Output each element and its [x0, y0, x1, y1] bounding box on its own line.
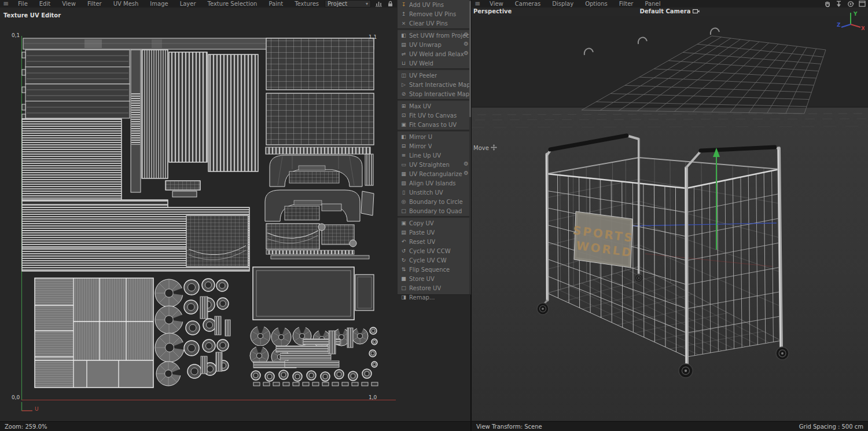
- cmd-mirror-v[interactable]: ⊟Mirror V: [398, 141, 471, 151]
- cmd-start-interactive-mapping[interactable]: ▷Start Interactive Mapping: [398, 80, 471, 89]
- pin-add-icon: ↧: [400, 2, 407, 8]
- maximize-icon[interactable]: [858, 0, 866, 8]
- clear-pins-icon: ×: [400, 20, 407, 26]
- boundary-quad-icon: □: [400, 208, 407, 214]
- menu-vp-filter[interactable]: Filter: [613, 1, 639, 8]
- axis-y-label: Y: [853, 11, 858, 17]
- cmd-flip-sequence[interactable]: ⇅Flip Sequence: [398, 265, 471, 274]
- cmd-label: Flip Sequence: [409, 266, 450, 273]
- store-icon: ■: [400, 276, 407, 282]
- cmd-label: Clear UV Pins: [409, 20, 448, 27]
- cmd-uv-straighten[interactable]: ▭UV Straighten⚙: [398, 160, 471, 169]
- cmd-boundary-to-circle[interactable]: ◎Boundary to Circle: [398, 197, 471, 206]
- menu-vp-panel[interactable]: Panel: [639, 1, 666, 8]
- viewport-statusbar: View Transform: Scene Grid Spacing : 500…: [472, 421, 868, 431]
- move-icon: [491, 144, 497, 152]
- scrollbar-thumb[interactable]: [469, 1, 471, 117]
- grid-spacing-status: Grid Spacing : 500 cm: [799, 422, 863, 431]
- gear-icon[interactable]: ⚙: [464, 170, 469, 176]
- cmd-max-uv[interactable]: ⊞Max UV: [398, 101, 471, 111]
- cmd-label: UV Unwrap: [409, 42, 442, 48]
- menu-vp-display[interactable]: Display: [546, 1, 579, 8]
- cmd-fit-uv-to-canvas[interactable]: ⊡Fit UV to Canvas: [398, 111, 471, 120]
- gear-icon[interactable]: ⚙: [464, 41, 469, 47]
- cmd-label: UV Straighten: [409, 162, 450, 168]
- max-uv-icon: ⊞: [400, 103, 407, 109]
- cmd-boundary-to-quad[interactable]: □Boundary to Quad: [398, 206, 471, 216]
- gear-icon[interactable]: ⚙: [464, 50, 469, 56]
- cmd-add-uv-pins[interactable]: ↧Add UV Pins: [398, 0, 471, 9]
- cmd-uv-peeler[interactable]: ◫UV Peeler: [398, 71, 471, 80]
- axis-gizmo: Y Z X: [837, 9, 865, 35]
- viewport-header: Perspective Default Camera: [472, 8, 868, 16]
- cmd-label: Max UV: [409, 103, 431, 109]
- menu-vp-view[interactable]: View: [484, 1, 509, 8]
- menu-vp-cameras[interactable]: Cameras: [509, 1, 546, 8]
- cmd-label: Unstitch UV: [409, 189, 443, 196]
- cmd-mirror-u[interactable]: ◧Mirror U: [398, 132, 471, 141]
- cmd-label: Store UV: [409, 276, 435, 282]
- restore-icon: □: [400, 285, 407, 291]
- orbit-icon[interactable]: [847, 0, 854, 8]
- cmd-copy-uv[interactable]: ▣Copy UV: [398, 218, 471, 228]
- uv-corner-00: 0,0: [12, 395, 20, 400]
- dolly-icon[interactable]: [835, 0, 843, 8]
- active-tool-label: Move: [473, 144, 497, 152]
- mirror-v-icon: ⊟: [400, 143, 407, 149]
- hand-icon[interactable]: [823, 0, 831, 8]
- reset-icon: ↶: [400, 239, 407, 244]
- cmd-stop-interactive-mapping[interactable]: ⊘Stop Interactive Mapping: [398, 89, 471, 98]
- menu-vp-options[interactable]: Options: [579, 1, 613, 8]
- cmd-label: Set UVW from Projection: [409, 32, 471, 39]
- cycle-ccw-icon: ↺: [400, 248, 407, 254]
- scrollbar[interactable]: [469, 0, 471, 294]
- hamburger-icon[interactable]: ≡: [472, 0, 484, 8]
- cmd-label: Remap...: [409, 294, 435, 301]
- uv-u-axis-label: U: [35, 406, 39, 412]
- camera-icon: [693, 8, 700, 15]
- remap-icon: ◨: [400, 294, 407, 300]
- mirror-u-icon: ◧: [400, 134, 407, 140]
- viewport-camera[interactable]: Default Camera: [472, 8, 868, 15]
- uv-corner-01: 0,1: [12, 32, 20, 38]
- cmd-line-up-uv[interactable]: ≡Line Up UV: [398, 151, 471, 160]
- axis-z-label: Z: [837, 22, 841, 28]
- cmd-label: UV Rectangularize: [409, 171, 462, 177]
- cmd-label: Cycle UV CW: [409, 257, 447, 264]
- cmd-align-uv-islands[interactable]: ▧Align UV Islands: [398, 178, 471, 188]
- separator: [398, 68, 471, 70]
- cmd-label: UV Weld: [409, 60, 433, 67]
- cmd-label: Restore UV: [409, 285, 441, 291]
- cmd-uv-unwrap[interactable]: ▤UV Unwrap⚙: [398, 40, 471, 49]
- weld-icon: ⊔: [400, 60, 407, 66]
- cmd-clear-uv-pins[interactable]: ×Clear UV Pins: [398, 19, 471, 28]
- cmd-uv-weld[interactable]: ⊔UV Weld: [398, 59, 471, 68]
- cmd-unstitch-uv[interactable]: ▯Unstitch UV: [398, 188, 471, 197]
- cmd-set-uvw-from-projection[interactable]: ◧Set UVW from Projection⚙: [398, 31, 471, 40]
- cmd-fit-canvas-to-uv[interactable]: ▣Fit Canvas to UV: [398, 120, 471, 129]
- gear-icon[interactable]: ⚙: [464, 31, 469, 38]
- cmd-remap[interactable]: ◨Remap...: [398, 293, 471, 302]
- cmd-paste-uv[interactable]: ▤Paste UV: [398, 228, 471, 237]
- copy-icon: ▣: [400, 220, 407, 226]
- cmd-uv-weld-and-relax[interactable]: ⇌UV Weld and Relax⚙: [398, 49, 471, 59]
- viewport-3d[interactable]: SPORTSWORLD: [472, 16, 868, 421]
- fit-uv-canvas-icon: ⊡: [400, 112, 407, 118]
- cmd-label: Remove UV Pins: [409, 11, 456, 17]
- gear-icon[interactable]: ⚙: [464, 160, 469, 167]
- cmd-cycle-uv-ccw[interactable]: ↺Cycle UV CCW: [398, 246, 471, 255]
- unwrap-icon: ▤: [400, 42, 407, 48]
- boundary-circle-icon: ◎: [400, 199, 407, 204]
- cmd-remove-uv-pins[interactable]: ↥Remove UV Pins: [398, 9, 471, 19]
- cmd-restore-uv[interactable]: □Restore UV: [398, 283, 471, 293]
- view-transform-status: View Transform: Scene: [476, 422, 542, 431]
- cmd-uv-rectangularize[interactable]: ▦UV Rectangularize⚙: [398, 169, 471, 178]
- weld-relax-icon: ⇌: [400, 51, 407, 57]
- cmd-cycle-uv-cw[interactable]: ↻Cycle UV CW: [398, 255, 471, 265]
- cmd-reset-uv[interactable]: ↶Reset UV: [398, 237, 471, 246]
- cmd-label: Stop Interactive Mapping: [409, 91, 471, 97]
- cmd-store-uv[interactable]: ■Store UV: [398, 274, 471, 283]
- viewport-menubar: ≡ View Cameras Display Options Filter Pa…: [472, 0, 868, 8]
- cmd-label: Fit Canvas to UV: [409, 122, 457, 128]
- cycle-cw-icon: ↻: [400, 257, 407, 263]
